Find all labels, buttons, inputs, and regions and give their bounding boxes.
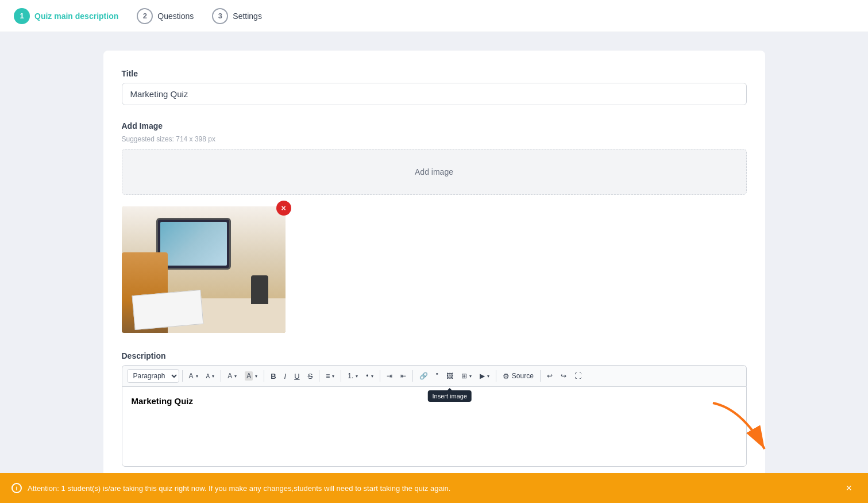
align-btn[interactable]: ≡ ▾ [322,370,338,382]
notification-close-btn[interactable]: × [841,481,857,496]
sep-7 [412,370,413,382]
info-icon: i [11,483,22,493]
wizard-nav: 1 Quiz main description 2 Questions 3 Se… [0,0,868,32]
fullscreen-icon: ⛶ [574,372,581,380]
notification-bar: i Attention: 1 student(s) is/are taking … [0,473,868,503]
source-label: Source [512,372,534,380]
title-field-group: Title [122,69,747,105]
strikethrough-btn[interactable]: S [304,370,317,383]
fullscreen-btn[interactable]: ⛶ [571,370,585,382]
italic-btn[interactable]: I [281,370,290,383]
description-label: Description [122,351,747,360]
indent-btn[interactable]: ⇥ [383,370,396,382]
insert-image-icon: 🖼 [446,372,453,380]
indent-icon: ⇥ [387,372,392,380]
outdent-btn[interactable]: ⇤ [397,370,410,382]
font-size-increase-btn[interactable]: A ▾ [186,370,202,382]
sep-9 [540,370,541,382]
image-preview [122,206,286,333]
unordered-list-icon: • [366,372,368,380]
media-icon: ▶ [480,372,485,380]
unordered-list-chevron: ▾ [371,374,373,379]
bg-color-icon: A [245,371,253,381]
source-icon: ⚙ [503,372,510,381]
insert-image-btn[interactable]: 🖼 [443,370,457,382]
link-btn[interactable]: 🔗 [416,370,431,382]
step-3-number: 3 [212,8,228,24]
step-1-number: 1 [14,8,30,24]
font-color-icon: A [227,372,232,380]
paragraph-select[interactable]: Paragraph [127,369,179,383]
add-image-section: Add Image Suggested sizes: 714 x 398 px … [122,121,747,195]
font-size-a-icon: A [189,372,194,380]
sep-3 [264,370,264,382]
sep-1 [182,370,183,382]
media-btn[interactable]: ▶ ▾ [476,370,493,382]
notification-message: Attention: 1 student(s) is/are taking th… [28,484,835,493]
link-icon: 🔗 [419,372,428,380]
sep-6 [380,370,380,382]
add-image-label: Add Image [122,121,747,130]
editor-content: Marketing Quiz [132,396,194,406]
quote-btn[interactable]: " [433,370,442,382]
sep-2 [221,370,221,382]
font-size-decrease-btn[interactable]: A ▾ [203,371,218,382]
undo-icon: ↩ [547,372,553,380]
quote-icon: " [436,372,438,380]
step-3-label: Settings [233,11,262,21]
step-2[interactable]: 2 Questions [137,8,194,24]
remove-image-button[interactable]: × [276,201,291,216]
add-image-hint: Suggested sizes: 714 x 398 px [122,135,747,143]
bg-color-chevron: ▾ [255,374,257,379]
image-preview-wrap: × [122,206,286,333]
table-btn[interactable]: ⊞ ▾ [458,370,475,382]
align-chevron: ▾ [332,374,334,379]
bg-color-btn[interactable]: A ▾ [241,369,261,383]
unordered-list-btn[interactable]: • ▾ [362,370,376,382]
font-color-btn[interactable]: A ▾ [224,370,240,382]
font-color-chevron: ▾ [234,374,237,379]
step-1-label: Quiz main description [34,11,118,21]
insert-image-wrap: 🖼 Insert image [443,370,457,382]
redo-btn[interactable]: ↪ [557,370,570,382]
editor-toolbar: Paragraph A ▾ A ▾ A ▾ A ▾ [122,365,747,386]
table-icon: ⊞ [461,372,467,380]
underline-btn[interactable]: U [291,370,303,383]
media-chevron: ▾ [487,374,489,379]
title-label: Title [122,69,747,78]
ordered-list-icon: 1. [348,372,353,380]
align-icon: ≡ [326,372,330,380]
ordered-list-btn[interactable]: 1. ▾ [344,370,361,382]
font-size-increase-chevron: ▾ [196,374,198,379]
title-input[interactable] [122,83,747,105]
add-image-text: Add image [415,167,453,176]
font-size-small-icon: A [206,373,210,379]
ordered-list-chevron: ▾ [356,374,358,379]
main-content: Title Add Image Suggested sizes: 714 x 3… [90,32,779,503]
sep-4 [319,370,319,382]
step-1[interactable]: 1 Quiz main description [14,8,118,24]
bold-btn[interactable]: B [267,370,279,383]
undo-btn[interactable]: ↩ [543,370,556,382]
font-size-decrease-chevron: ▾ [212,374,214,379]
monitor-screen [160,222,227,266]
redo-icon: ↪ [561,372,566,380]
pencil-holder [251,275,268,304]
add-image-dropzone[interactable]: Add image [122,149,747,195]
notebook [132,290,203,330]
step-3[interactable]: 3 Settings [212,8,262,24]
form-card: Title Add Image Suggested sizes: 714 x 3… [103,51,765,485]
source-btn[interactable]: ⚙ Source [499,370,537,383]
insert-image-tooltip: Insert image [428,390,472,402]
outdent-icon: ⇤ [400,372,406,380]
description-section: Description Paragraph A ▾ A ▾ A [122,351,747,467]
table-chevron: ▾ [469,374,472,379]
sep-8 [496,370,496,382]
sep-5 [341,370,341,382]
step-2-label: Questions [157,11,194,21]
step-2-number: 2 [137,8,153,24]
